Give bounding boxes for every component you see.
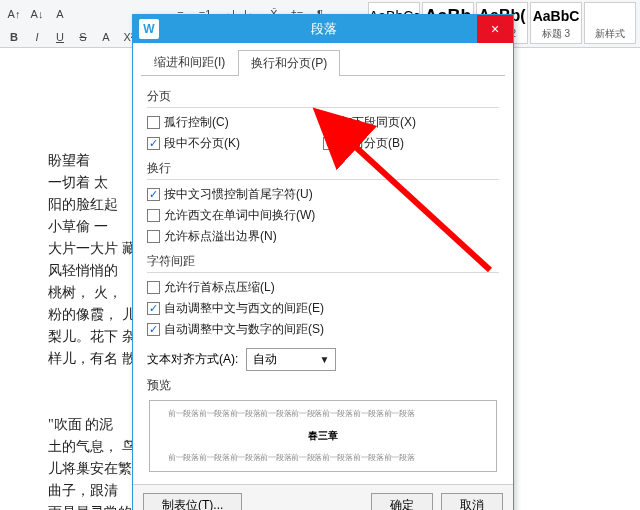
checkbox-punct-overflow[interactable] — [147, 230, 160, 243]
font-decrease-button[interactable]: A↓ — [27, 4, 47, 24]
style-card-new[interactable]: 新样式 — [584, 2, 636, 44]
option-keep-with-next[interactable]: 与下段同页(X) — [323, 112, 499, 133]
preview-box: 前一段落前一段落前一段落前一段落前一段落前一段落前一段落前一段落 春三章 前一段… — [149, 400, 497, 472]
close-icon: × — [491, 21, 499, 37]
option-compress-punct-label: 允许行首标点压缩(L) — [164, 279, 275, 296]
option-punct-overflow[interactable]: 允许标点溢出边界(N) — [147, 226, 499, 247]
bold-button[interactable]: B — [4, 27, 24, 47]
option-keep-lines-label: 段中不分页(K) — [164, 135, 240, 152]
dialog-tabs: 缩进和间距(I) 换行和分页(P) — [141, 49, 505, 76]
group-wrap-label: 换行 — [147, 160, 499, 180]
preview-sample-top: 前一段落前一段落前一段落前一段落前一段落前一段落前一段落前一段落 — [168, 409, 478, 419]
option-latin-mid-word[interactable]: 允许西文在单词中间换行(W) — [147, 205, 499, 226]
text-align-select[interactable]: 自动 ▼ — [246, 348, 336, 371]
strike-button[interactable]: S — [73, 27, 93, 47]
tab-line-page-breaks[interactable]: 换行和分页(P) — [238, 50, 340, 76]
option-adjust-cn-num[interactable]: 自动调整中文与数字的间距(S) — [147, 319, 499, 340]
checkbox-adjust-cn-num[interactable] — [147, 323, 160, 336]
option-adjust-cn-num-label: 自动调整中文与数字的间距(S) — [164, 321, 324, 338]
option-latin-mid-word-label: 允许西文在单词中间换行(W) — [164, 207, 315, 224]
font-color-button[interactable]: A — [96, 27, 116, 47]
chevron-down-icon: ▼ — [319, 354, 329, 365]
group-char-spacing-label: 字符间距 — [147, 253, 499, 273]
option-orphan-label: 孤行控制(C) — [164, 114, 229, 131]
option-punct-overflow-label: 允许标点溢出边界(N) — [164, 228, 277, 245]
option-keep-next-label: 与下段同页(X) — [340, 114, 416, 131]
text-align-label: 文本对齐方式(A): — [147, 351, 238, 368]
font-increase-button[interactable]: A↑ — [4, 4, 24, 24]
dialog-titlebar[interactable]: W 段落 × — [133, 15, 513, 43]
italic-button[interactable]: I — [27, 27, 47, 47]
checkbox-chinese-first-last[interactable] — [147, 188, 160, 201]
option-orphan-control[interactable]: 孤行控制(C) — [147, 112, 323, 133]
dialog-title: 段落 — [165, 20, 483, 38]
preview-sample-mid: 春三章 — [168, 429, 478, 443]
paragraph-dialog: W 段落 × 缩进和间距(I) 换行和分页(P) 分页 孤行控制(C) 与下段同… — [132, 14, 514, 510]
option-adjust-cn-en[interactable]: 自动调整中文与西文的间距(E) — [147, 298, 499, 319]
clear-format-button[interactable]: A — [50, 4, 70, 24]
checkbox-compress-punct[interactable] — [147, 281, 160, 294]
preview-sample-bottom: 前一段落前一段落前一段落前一段落前一段落前一段落前一段落前一段落 — [168, 453, 478, 463]
text-align-value: 自动 — [253, 351, 277, 368]
style-card-h3[interactable]: AaBbC标题 3 — [530, 2, 582, 44]
option-compress-punct[interactable]: 允许行首标点压缩(L) — [147, 277, 499, 298]
ok-button[interactable]: 确定 — [371, 493, 433, 510]
option-chinese-first-last[interactable]: 按中文习惯控制首尾字符(U) — [147, 184, 499, 205]
checkbox-keep-next[interactable] — [323, 116, 336, 129]
dialog-button-row: 制表位(T)... 确定 取消 — [133, 484, 513, 510]
underline-button[interactable]: U — [50, 27, 70, 47]
group-pagination-label: 分页 — [147, 88, 499, 108]
dialog-panel: 分页 孤行控制(C) 与下段同页(X) 段中不分页(K) 段前分页(B) 换行 … — [133, 76, 513, 484]
checkbox-keep-lines[interactable] — [147, 137, 160, 150]
checkbox-page-break-before[interactable] — [323, 137, 336, 150]
tabs-button[interactable]: 制表位(T)... — [143, 493, 242, 510]
checkbox-latin-mid-word[interactable] — [147, 209, 160, 222]
close-button[interactable]: × — [477, 15, 513, 43]
checkbox-adjust-cn-en[interactable] — [147, 302, 160, 315]
option-keep-lines-together[interactable]: 段中不分页(K) — [147, 133, 323, 154]
option-page-break-label: 段前分页(B) — [340, 135, 404, 152]
wps-icon: W — [139, 19, 159, 39]
option-page-break-before[interactable]: 段前分页(B) — [323, 133, 499, 154]
tab-indent-spacing[interactable]: 缩进和间距(I) — [141, 49, 238, 75]
option-chinese-first-last-label: 按中文习惯控制首尾字符(U) — [164, 186, 313, 203]
option-adjust-cn-en-label: 自动调整中文与西文的间距(E) — [164, 300, 324, 317]
cancel-button[interactable]: 取消 — [441, 493, 503, 510]
group-preview-label: 预览 — [147, 377, 499, 396]
checkbox-orphan[interactable] — [147, 116, 160, 129]
